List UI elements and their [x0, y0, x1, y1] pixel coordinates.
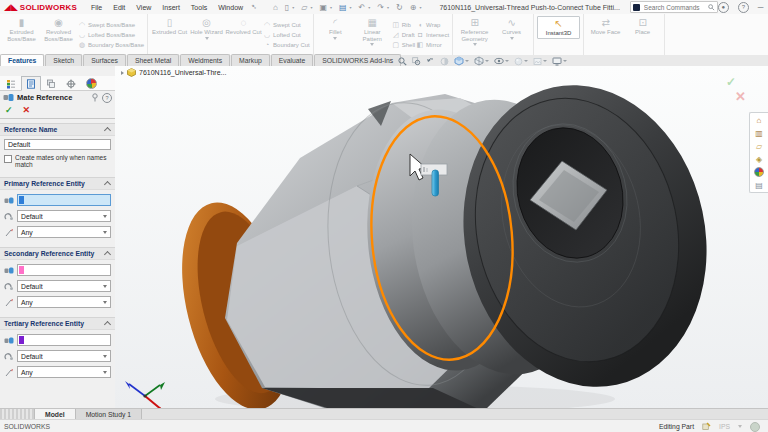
extruded-cut-button[interactable]: ▯ Extruded Cut [151, 16, 188, 36]
primary-selection-box[interactable] [17, 194, 111, 206]
zoom-to-area-icon[interactable] [412, 57, 421, 66]
hole-wizard-button[interactable]: ◎ Hole Wizard [188, 16, 225, 40]
primary-reference-header[interactable]: Primary Reference Entity [0, 177, 115, 190]
undo-icon[interactable]: ↶ [359, 3, 366, 12]
tab-sketch[interactable]: Sketch [45, 54, 82, 66]
tree-expand-icon[interactable] [121, 71, 124, 75]
previous-view-icon[interactable] [426, 57, 435, 66]
curves-button[interactable]: ∿ Curves [493, 16, 530, 40]
new-caret-icon[interactable]: ▾ [292, 5, 294, 10]
tertiary-reference-header[interactable]: Tertiary Reference Entity [0, 317, 115, 330]
custom-properties-icon[interactable]: ▤ [754, 180, 765, 190]
confirm-cancel-icon[interactable]: ✕ [726, 90, 746, 103]
tertiary-mate-type-dropdown[interactable]: Default [17, 350, 111, 362]
tertiary-alignment-dropdown[interactable]: Any [17, 366, 111, 378]
redo-caret-icon[interactable]: ▾ [387, 5, 389, 10]
create-mates-checkbox-row[interactable]: Create mates only when names match [4, 154, 111, 169]
help-icon[interactable]: ? [738, 2, 749, 13]
tertiary-selection-box[interactable] [17, 334, 111, 346]
revolved-boss-base-button[interactable]: ◉ Revolved Boss/Base [40, 16, 77, 42]
tags-icon[interactable] [750, 422, 760, 432]
secondary-reference-header[interactable]: Secondary Reference Entity [0, 247, 115, 260]
tree-root-label[interactable]: 7610N116_Universal-Thre... [139, 69, 226, 76]
hide-show-items-icon[interactable] [494, 57, 509, 65]
tab-features[interactable]: Features [0, 54, 44, 66]
ok-button[interactable]: ✓ [5, 105, 13, 115]
flyout-feature-tree[interactable]: 7610N116_Universal-Thre... [121, 68, 226, 77]
menu-pin-icon[interactable]: ➴ [251, 3, 257, 11]
place-button[interactable]: ⊡ Place [624, 16, 661, 36]
instant3d-button[interactable]: ↖ Instant3D [537, 16, 580, 39]
reference-geometry-button[interactable]: ⊞ Reference Geometry [456, 16, 493, 46]
boundary-cut-button[interactable]: ◔Boundary Cut [263, 40, 310, 49]
login-icon[interactable]: ● [718, 2, 729, 13]
zoom-to-fit-icon[interactable] [398, 57, 407, 66]
appearances-icon[interactable] [754, 167, 765, 177]
tab-evaluate[interactable]: Evaluate [271, 54, 313, 66]
secondary-alignment-dropdown[interactable]: Any [17, 296, 111, 308]
configuration-manager-tab[interactable] [41, 76, 61, 91]
extruded-boss-base-button[interactable]: ▮ Extruded Boss/Base [3, 16, 40, 42]
menu-edit[interactable]: Edit [113, 4, 125, 11]
new-document-icon[interactable]: ▯ [285, 3, 289, 12]
search-icon[interactable] [708, 4, 715, 11]
display-manager-tab[interactable] [81, 76, 101, 91]
view-settings-icon[interactable] [552, 57, 567, 66]
view-palette-icon[interactable]: ◈ [754, 154, 765, 164]
graphics-viewport[interactable]: 7610N116_Universal-Thre... ✓ ✕ ⌂ ▥ ▱ ◈ ▤ [115, 66, 768, 408]
home-icon[interactable]: ⌂ [273, 3, 278, 12]
panel-help-icon[interactable]: ? [102, 93, 112, 103]
property-manager-tab[interactable] [21, 76, 41, 91]
secondary-selection-box[interactable] [17, 264, 111, 276]
file-explorer-icon[interactable]: ▱ [754, 141, 765, 151]
resources-home-icon[interactable]: ⌂ [754, 115, 765, 125]
menu-file[interactable]: File [91, 4, 102, 11]
print-caret-icon[interactable]: ▾ [350, 5, 352, 10]
search-input[interactable] [642, 3, 706, 12]
display-style-icon[interactable] [474, 56, 489, 66]
tab-surfaces[interactable]: Surfaces [83, 54, 126, 66]
save-caret-icon[interactable]: ▾ [330, 5, 332, 10]
menu-tools[interactable]: Tools [191, 4, 207, 11]
checkbox-icon[interactable] [4, 155, 12, 163]
rebuild-icon[interactable]: ↻ [396, 3, 403, 12]
confirm-ok-icon[interactable]: ✓ [726, 76, 736, 88]
secondary-mate-type-dropdown[interactable]: Default [17, 280, 111, 292]
menu-insert[interactable]: Insert [162, 4, 180, 11]
lofted-cut-button[interactable]: ◡Lofted Cut [263, 30, 310, 39]
boundary-boss-base-button[interactable]: ◍Boundary Boss/Base [78, 40, 144, 49]
tab-markup[interactable]: Markup [231, 54, 270, 66]
reference-name-input[interactable] [4, 139, 111, 150]
print-icon[interactable]: ▤ [339, 3, 347, 12]
linear-pattern-button[interactable]: ▦ Linear Pattern [354, 16, 391, 46]
cancel-button[interactable]: ✕ [23, 105, 31, 115]
tab-solidworks-add-ins[interactable]: SOLIDWORKS Add-Ins [314, 54, 401, 66]
revolved-cut-button[interactable]: ◌ Revolved Cut [225, 16, 262, 36]
intersect-button[interactable]: ◘Intersect [416, 30, 449, 39]
undo-caret-icon[interactable]: ▾ [368, 5, 370, 10]
menu-view[interactable]: View [136, 4, 151, 11]
rib-button[interactable]: ◫Rib [392, 20, 415, 29]
section-view-icon[interactable] [440, 57, 449, 66]
primary-mate-type-dropdown[interactable]: Default [17, 210, 111, 222]
tab-sheet-metal[interactable]: Sheet Metal [127, 54, 179, 66]
edit-appearance-icon[interactable] [514, 57, 528, 66]
units-caret-icon[interactable] [738, 425, 742, 428]
dimxpert-manager-tab[interactable] [61, 76, 81, 91]
feature-manager-tree-tab[interactable] [1, 76, 21, 91]
wrap-button[interactable]: ◖Wrap [416, 20, 449, 29]
fillet-button[interactable]: ◜ Fillet [317, 16, 354, 40]
move-face-button[interactable]: ⇄ Move Face [587, 16, 624, 36]
swept-cut-button[interactable]: ◠Swept Cut [263, 20, 310, 29]
apply-scene-icon[interactable] [533, 57, 547, 66]
open-icon[interactable]: ▱ [301, 3, 307, 12]
redo-icon[interactable]: ↷ [377, 3, 384, 12]
draft-button[interactable]: ◿Draft [392, 30, 415, 39]
swept-boss-base-button[interactable]: ◠Swept Boss/Base [78, 20, 144, 29]
menu-window[interactable]: Window [218, 4, 243, 11]
lofted-boss-base-button[interactable]: ◡Lofted Boss/Base [78, 30, 144, 39]
options-caret-icon[interactable]: ▾ [419, 5, 421, 10]
design-library-icon[interactable]: ▥ [754, 128, 765, 138]
save-icon[interactable]: ▣ [319, 3, 327, 12]
tab-weldments[interactable]: Weldments [180, 54, 230, 66]
